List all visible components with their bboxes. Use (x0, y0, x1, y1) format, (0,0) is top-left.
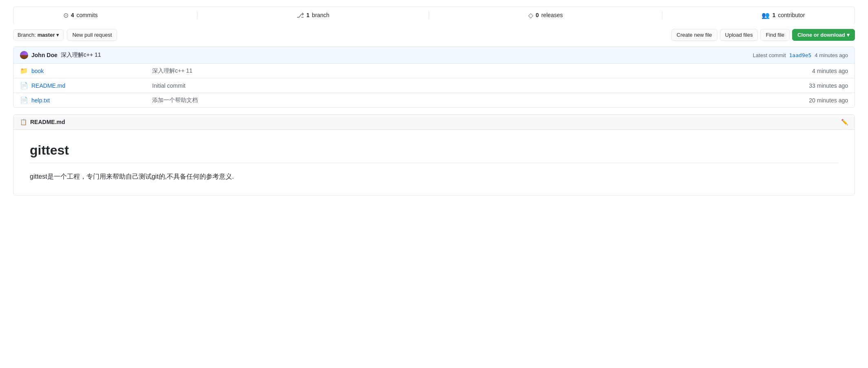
commit-message: 深入理解c++ 11 (61, 51, 101, 59)
branches-count: 1 (306, 12, 310, 18)
toolbar-left: Branch: master ▾ New pull request (13, 29, 117, 41)
file-name[interactable]: README.md (31, 82, 146, 89)
latest-commit-label: Latest commit (753, 52, 786, 58)
commits-icon: ⊙ (63, 11, 69, 19)
chevron-down-icon: ▾ (56, 32, 59, 38)
stat-divider-2 (429, 11, 429, 19)
branch-label: Branch: (18, 32, 36, 38)
toolbar-right: Create new file Upload files Find file C… (671, 29, 855, 41)
commit-meta: Latest commit 1aad9e5 4 minutes ago (753, 52, 848, 58)
readme-icon: 📋 (20, 119, 27, 125)
upload-files-button[interactable]: Upload files (720, 29, 758, 41)
readme-filename: README.md (30, 119, 65, 125)
clone-or-download-label: Clone or download (797, 32, 845, 38)
table-row: 📁 book 深入理解c++ 11 4 minutes ago (13, 64, 855, 78)
edit-icon[interactable]: ✏️ (841, 119, 848, 125)
table-row: 📄 help.txt 添加一个帮助文档 20 minutes ago (13, 93, 855, 107)
contributors-label: contributor (778, 12, 805, 18)
branch-name: master (38, 32, 55, 38)
commit-header: John Doe 深入理解c++ 11 Latest commit 1aad9e… (13, 47, 855, 64)
commits-stat[interactable]: ⊙ 4 commits (63, 11, 98, 19)
folder-icon: 📁 (20, 67, 28, 75)
file-name[interactable]: help.txt (31, 97, 146, 104)
avatar (20, 51, 28, 59)
branches-icon: ⎇ (297, 11, 304, 19)
file-table: John Doe 深入理解c++ 11 Latest commit 1aad9e… (13, 47, 855, 108)
file-time: 20 minutes ago (791, 97, 848, 104)
stat-divider-1 (197, 11, 197, 19)
contributors-count: 1 (772, 12, 775, 18)
commit-time: 4 minutes ago (815, 52, 848, 58)
branch-selector[interactable]: Branch: master ▾ (13, 29, 64, 40)
find-file-button[interactable]: Find file (760, 29, 790, 41)
readme-heading: gittest (30, 143, 838, 163)
file-time: 4 minutes ago (791, 68, 848, 74)
new-pull-request-button[interactable]: New pull request (67, 29, 117, 41)
stat-divider-3 (662, 11, 662, 19)
contributors-icon: 👥 (762, 11, 770, 19)
file-commit-msg: 深入理解c++ 11 (146, 67, 791, 75)
file-commit-msg: Initial commit (146, 82, 791, 89)
releases-icon: ◇ (528, 11, 533, 19)
readme-description: gittest是一个工程，专门用来帮助自己测试git的,不具备任何的参考意义. (30, 171, 838, 182)
clone-or-download-button[interactable]: Clone or download ▾ (792, 29, 855, 41)
table-row: 📄 README.md Initial commit 33 minutes ag… (13, 78, 855, 93)
releases-stat[interactable]: ◇ 0 releases (528, 11, 563, 19)
branches-label: branch (312, 12, 330, 18)
contributors-stat[interactable]: 👥 1 contributor (762, 11, 805, 19)
file-name[interactable]: book (31, 68, 146, 74)
file-icon: 📄 (20, 82, 28, 89)
branches-stat[interactable]: ⎇ 1 branch (297, 11, 330, 19)
stats-bar: ⊙ 4 commits ⎇ 1 branch ◇ 0 releases 👥 1 … (13, 7, 855, 23)
commit-hash[interactable]: 1aad9e5 (789, 52, 812, 58)
file-commit-msg: 添加一个帮助文档 (146, 97, 791, 104)
readme-content: gittest gittest是一个工程，专门用来帮助自己测试git的,不具备任… (13, 130, 855, 195)
file-time: 33 minutes ago (791, 82, 848, 89)
releases-label: releases (541, 12, 563, 18)
readme-title: 📋 README.md (20, 119, 65, 125)
toolbar: Branch: master ▾ New pull request Create… (13, 25, 855, 45)
commit-author-info: John Doe 深入理解c++ 11 (20, 51, 101, 59)
readme-header: 📋 README.md ✏️ (13, 115, 855, 130)
commits-label: commits (76, 12, 97, 18)
commit-author-name: John Doe (31, 52, 58, 58)
file-icon: 📄 (20, 96, 28, 104)
releases-count: 0 (536, 12, 539, 18)
commits-count: 4 (71, 12, 74, 18)
chevron-down-icon-green: ▾ (847, 32, 850, 38)
create-new-file-button[interactable]: Create new file (671, 29, 717, 41)
readme-section: 📋 README.md ✏️ gittest gittest是一个工程，专门用来… (13, 114, 855, 195)
